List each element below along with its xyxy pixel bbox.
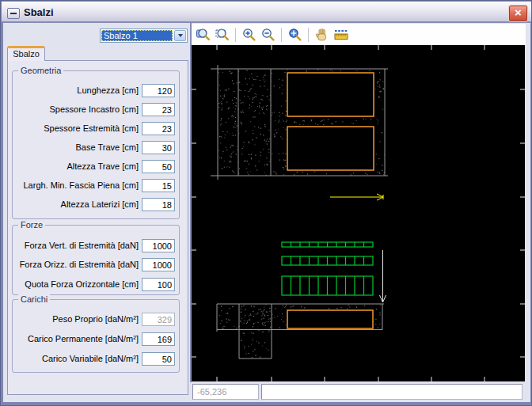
largh-min-fascia-piena-label: Largh. Min. Fascia Piena [cm] xyxy=(23,179,139,192)
close-button[interactable]: × xyxy=(508,5,528,22)
forza-orizz-estremita-label: Forza Orizz. di Estremità [daN] xyxy=(20,258,139,271)
toolbar-separator xyxy=(281,28,283,42)
toolbar-separator xyxy=(235,28,237,42)
zoom-out-button[interactable] xyxy=(260,26,277,44)
viewport-toolbar xyxy=(192,24,526,45)
largh-min-fascia-piena-input[interactable] xyxy=(142,179,175,192)
chevron-down-icon xyxy=(178,34,183,37)
section-beam-rect xyxy=(287,310,373,328)
load-distribution-strips xyxy=(282,242,373,295)
toolbar-separator xyxy=(308,28,310,42)
title-bar[interactable]: Sbalzi × xyxy=(2,2,532,23)
zoom-in-button[interactable] xyxy=(241,26,258,44)
window-title: Sbalzi xyxy=(24,6,54,18)
field-row: Largh. Min. Fascia Piena [cm] xyxy=(16,179,175,192)
group-forze: Forze Forza Vert. di Estremità [daN] For… xyxy=(12,225,180,295)
altezza-trave-input[interactable] xyxy=(142,160,175,173)
field-row: Base Trave [cm] xyxy=(16,141,175,154)
sbalzo-selector-dropdown-button[interactable] xyxy=(174,30,186,41)
group-carichi-title: Carichi xyxy=(18,294,50,304)
carico-variabile-input[interactable] xyxy=(142,352,175,366)
group-forze-title: Forze xyxy=(18,220,45,230)
measure-ruler-icon xyxy=(332,27,350,43)
group-geometria: Geometria Lunghezza [cm] Spessore Incast… xyxy=(12,70,180,219)
quota-forza-orizzontale-input[interactable] xyxy=(142,278,175,291)
zoom-dynamic-icon xyxy=(287,27,303,43)
section-view-outline xyxy=(217,304,384,359)
field-row: Altezza Laterizi [cm] xyxy=(16,198,175,211)
zoom-out-icon xyxy=(260,27,276,43)
plan-hollow-blocks xyxy=(287,73,374,170)
pan-button[interactable] xyxy=(314,26,331,44)
field-row: Carico Variabile [daN/m²] xyxy=(16,352,175,366)
lunghezza-label: Lunghezza [cm] xyxy=(77,84,139,97)
peso-proprio-input xyxy=(142,313,175,326)
dialog-window: Sbalzi × Sbalzo 1 Sbalzo Geometria Lungh… xyxy=(0,0,532,406)
field-row: Spessore Estremità [cm] xyxy=(16,122,175,135)
forza-vert-estremita-input[interactable] xyxy=(142,239,175,252)
field-row: Peso Proprio [daN/m²] xyxy=(16,313,175,326)
forza-orizz-estremita-input[interactable] xyxy=(142,258,175,271)
zoom-window-button[interactable] xyxy=(214,26,231,44)
lunghezza-input[interactable] xyxy=(142,84,175,97)
viewport-tick-marks xyxy=(192,45,525,381)
zoom-dynamic-button[interactable] xyxy=(287,26,304,44)
field-row: Carico Permanente [daN/m²] xyxy=(16,332,175,346)
horizontal-force-arrow xyxy=(330,194,383,200)
field-row: Forza Orizz. di Estremità [daN] xyxy=(16,258,175,271)
spessore-estremita-label: Spessore Estremità [cm] xyxy=(44,122,139,135)
spessore-incastro-label: Spessore Incastro [cm] xyxy=(50,103,139,116)
base-trave-input[interactable] xyxy=(142,141,175,154)
field-row: Altezza Trave [cm] xyxy=(16,160,175,173)
zoom-all-icon xyxy=(196,27,211,43)
vertical-force-arrow xyxy=(380,250,386,302)
system-menu-button[interactable] xyxy=(7,8,20,19)
measure-button[interactable] xyxy=(332,26,350,44)
group-geometria-title: Geometria xyxy=(18,66,63,75)
field-row: Forza Vert. di Estremità [daN] xyxy=(16,239,175,252)
field-row: Quota Forza Orizzontale [cm] xyxy=(16,278,175,291)
forza-vert-estremita-label: Forza Vert. di Estremità [daN] xyxy=(25,239,139,252)
spessore-incastro-input[interactable] xyxy=(142,103,175,116)
base-trave-label: Base Trave [cm] xyxy=(76,141,139,154)
status-message xyxy=(261,384,522,400)
drawing-viewport[interactable] xyxy=(192,45,525,381)
zoom-in-icon xyxy=(241,27,257,43)
concrete-hatch-speckles xyxy=(218,69,385,358)
quota-forza-orizzontale-label: Quota Forza Orizzontale [cm] xyxy=(25,278,139,291)
spessore-estremita-input[interactable] xyxy=(142,122,175,135)
tab-sbalzo[interactable]: Sbalzo xyxy=(7,46,45,61)
altezza-laterizi-label: Altezza Laterizi [cm] xyxy=(61,198,139,211)
altezza-trave-label: Altezza Trave [cm] xyxy=(67,160,139,173)
sbalzo-selector-value: Sbalzo 1 xyxy=(101,30,173,41)
plan-view-outline xyxy=(211,65,388,180)
carico-permanente-label: Carico Permanente [daN/m²] xyxy=(28,332,139,346)
carico-variabile-label: Carico Variabile [daN/m²] xyxy=(42,352,139,366)
carico-permanente-input[interactable] xyxy=(142,332,175,346)
cad-drawing xyxy=(192,45,525,381)
pan-hand-icon xyxy=(314,27,330,43)
peso-proprio-label: Peso Proprio [daN/m²] xyxy=(52,313,139,326)
sbalzo-selector[interactable]: Sbalzo 1 xyxy=(100,28,188,43)
field-row: Spessore Incastro [cm] xyxy=(16,103,175,116)
zoom-all-button[interactable] xyxy=(195,26,212,44)
altezza-laterizi-input[interactable] xyxy=(142,198,175,211)
group-carichi: Carichi Peso Proprio [daN/m²] Carico Per… xyxy=(12,299,180,373)
status-coordinates: -65,236 xyxy=(192,384,259,400)
field-row: Lunghezza [cm] xyxy=(16,84,175,97)
zoom-window-icon xyxy=(215,27,230,43)
system-menu-icon xyxy=(10,13,17,14)
